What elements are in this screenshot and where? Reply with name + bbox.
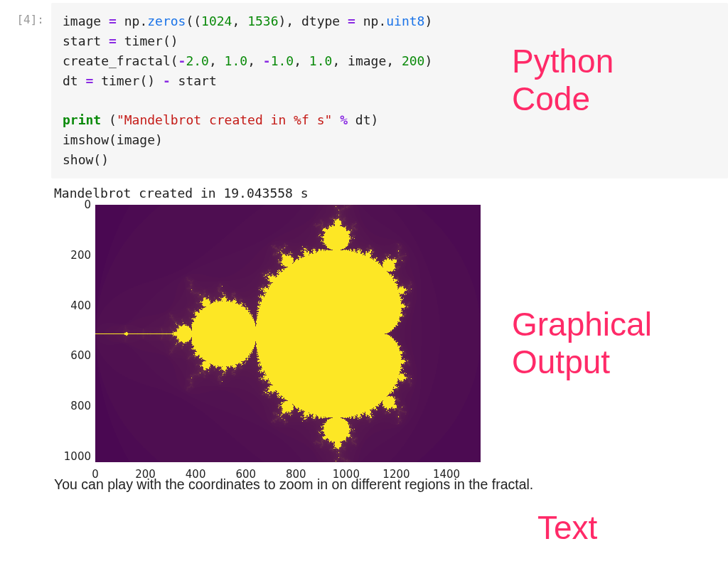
y-tick-label: 0 bbox=[55, 198, 91, 211]
x-tick-label: 600 bbox=[235, 468, 256, 481]
annotation-text: Text bbox=[537, 509, 597, 547]
matplotlib-figure: 02004006008001000 0200400600800100012001… bbox=[54, 205, 481, 462]
x-tick-label: 1000 bbox=[333, 468, 360, 481]
cell-output-area: Mandelbrot created in 19.043558 s 020040… bbox=[51, 178, 728, 462]
y-tick-label: 400 bbox=[55, 299, 91, 312]
y-tick-label: 800 bbox=[55, 400, 91, 412]
code-input-area[interactable]: image = np.zeros((1024, 1536), dtype = n… bbox=[51, 3, 728, 178]
y-tick-label: 600 bbox=[55, 349, 91, 362]
notebook-code-cell: [4]: image = np.zeros((1024, 1536), dtyp… bbox=[0, 0, 728, 178]
stdout-text: Mandelbrot created in 19.043558 s bbox=[54, 186, 717, 201]
cell-prompt: [4]: bbox=[0, 3, 51, 26]
x-tick-label: 0 bbox=[92, 468, 99, 481]
x-tick-label: 1200 bbox=[382, 468, 410, 481]
x-tick-label: 400 bbox=[186, 468, 206, 481]
y-tick-label: 1000 bbox=[55, 450, 91, 463]
x-tick-label: 1400 bbox=[433, 468, 460, 481]
x-tick-label: 800 bbox=[286, 468, 306, 481]
x-tick-label: 200 bbox=[135, 468, 156, 481]
mandelbrot-plot bbox=[95, 205, 481, 462]
y-tick-label: 200 bbox=[55, 249, 91, 262]
